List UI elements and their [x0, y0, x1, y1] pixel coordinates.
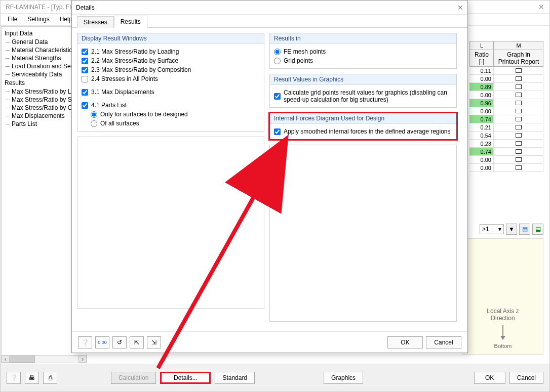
chk-calc-grid[interactable]: Calculate grid points result values for …: [274, 88, 452, 104]
graph-cell[interactable]: [494, 164, 543, 172]
table-row[interactable]: 0.23: [469, 140, 543, 148]
checkbox-icon[interactable]: [516, 165, 522, 170]
checkbox-icon[interactable]: [516, 141, 522, 146]
radio-grid-points[interactable]: Grid points: [274, 56, 452, 65]
dlg-reset-icon[interactable]: ↺: [112, 336, 127, 349]
filter-row: >1▾ ▼ ▤ ⬓: [480, 224, 543, 235]
details-dialog: Details ✕ Stresses Results Display Resul…: [71, 0, 468, 353]
chk-2-4[interactable]: 2.4 Stresses in All Points: [82, 74, 260, 83]
dlg-help-icon[interactable]: ❔: [78, 336, 92, 349]
table-row[interactable]: 0.74: [469, 148, 543, 156]
graph-cell[interactable]: [494, 75, 543, 83]
table-row[interactable]: 0.11: [469, 67, 543, 75]
filter-funnel-icon[interactable]: ▼: [506, 224, 517, 235]
chk-4-1[interactable]: 4.1 Parts List: [82, 101, 260, 110]
dialog-close-icon[interactable]: ✕: [457, 4, 463, 12]
radio-all-surfaces[interactable]: Of all surfaces: [82, 119, 260, 128]
calculation-button[interactable]: Calculation: [111, 372, 156, 384]
table-row[interactable]: 0.89: [469, 83, 543, 91]
table-row[interactable]: 0.74: [469, 115, 543, 123]
graph-cell[interactable]: [494, 91, 543, 99]
group-internal-forces: Internal Forces Diagram Used for Design: [270, 113, 456, 124]
chk-2-3[interactable]: 2.3 Max Stress/Ratio by Composition: [82, 65, 260, 74]
graph-cell[interactable]: [494, 123, 543, 132]
graph-cell[interactable]: [494, 156, 543, 164]
chk-3-1[interactable]: 3.1 Max Displacements: [82, 88, 260, 97]
chk-apply-smoothed[interactable]: Apply smoothed internal forces in the de…: [274, 127, 452, 136]
checkbox-icon[interactable]: [516, 149, 522, 154]
radio-only-surfaces[interactable]: Only for surfaces to be designed: [82, 110, 260, 119]
ratio-cell: 0.21: [469, 123, 494, 132]
filter-combo[interactable]: >1▾: [480, 224, 504, 234]
checkbox-icon[interactable]: [516, 133, 522, 138]
menu-settings[interactable]: Settings: [23, 15, 53, 24]
checkbox-icon[interactable]: [516, 125, 522, 129]
dlg-save-icon[interactable]: ⇲: [147, 336, 161, 349]
standard-button[interactable]: Standard: [215, 372, 255, 384]
cancel-button[interactable]: Cancel: [509, 372, 543, 384]
graph-cell[interactable]: [494, 132, 543, 140]
filter-excel-icon[interactable]: ⬓: [532, 224, 543, 235]
ratio-cell: 0.00: [469, 164, 494, 172]
checkbox-icon[interactable]: [516, 117, 522, 121]
checkbox-icon[interactable]: [516, 93, 522, 97]
print-icon[interactable]: 🖶: [25, 372, 39, 384]
menu-file[interactable]: File: [4, 15, 21, 24]
checkbox-icon[interactable]: [516, 76, 522, 81]
details-button[interactable]: Details...: [160, 372, 211, 384]
tab-stresses[interactable]: Stresses: [77, 16, 114, 28]
ratio-cell: 0.00: [469, 91, 494, 99]
table-row[interactable]: 0.00: [469, 156, 543, 164]
help-icon[interactable]: ❔: [7, 372, 21, 384]
graphics-button[interactable]: Graphics: [324, 372, 363, 384]
checkbox-icon[interactable]: [516, 157, 522, 162]
graph-cell[interactable]: [494, 99, 543, 107]
scroll-left-icon[interactable]: ‹: [2, 356, 10, 363]
ratio-cell: 0.00: [469, 107, 494, 115]
graph-cell[interactable]: [494, 148, 543, 156]
chevron-down-icon: ▾: [498, 226, 501, 233]
table-row[interactable]: 0.00: [469, 107, 543, 115]
ratio-cell: 0.11: [469, 67, 494, 75]
chk-2-1[interactable]: 2.1 Max Stress/Ratio by Loading: [82, 47, 260, 56]
results-table: L M Ratio[-] Graph inPrintout Report 0.1…: [469, 41, 543, 172]
table-row[interactable]: 0.00: [469, 164, 543, 172]
chk-2-2[interactable]: 2.2 Max Stress/Ratio by Surface: [82, 56, 260, 65]
tree-scrollbar[interactable]: ‹ ›: [1, 355, 87, 363]
filter-chart-icon[interactable]: ▤: [519, 224, 530, 235]
table-row[interactable]: 0.21: [469, 123, 543, 132]
table-row[interactable]: 0.00: [469, 75, 543, 83]
dlg-load-icon[interactable]: ⇱: [130, 336, 144, 349]
graph-cell[interactable]: [494, 107, 543, 115]
ratio-cell: 0.74: [469, 115, 494, 123]
ok-button[interactable]: OK: [474, 372, 505, 384]
scroll-thumb[interactable]: [10, 356, 35, 363]
close-icon[interactable]: ✕: [538, 3, 544, 11]
graph-cell[interactable]: [494, 67, 543, 75]
table-row[interactable]: 0.00: [469, 91, 543, 99]
axis-label: Local Axis zDirection: [487, 308, 519, 322]
table-row[interactable]: 0.96: [469, 99, 543, 107]
checkbox-icon[interactable]: [516, 109, 522, 113]
dialog-tabs: Stresses Results: [72, 15, 467, 28]
dlg-units-icon[interactable]: 0.00: [95, 336, 109, 349]
ratio-cell: 0.23: [469, 140, 494, 148]
checkbox-icon[interactable]: [516, 101, 522, 105]
axis-preview: Local Axis zDirection Bottom: [462, 238, 543, 355]
graph-cell[interactable]: [494, 83, 543, 91]
checkbox-icon[interactable]: [516, 68, 522, 73]
group-result-values: Result Values in Graphics: [270, 74, 456, 85]
scroll-right-icon[interactable]: ›: [78, 356, 87, 363]
col-m-header: M: [494, 41, 543, 50]
checkbox-icon[interactable]: [516, 84, 522, 89]
radio-fe-mesh[interactable]: FE mesh points: [274, 47, 452, 56]
export-icon[interactable]: ⎙: [43, 372, 57, 384]
dlg-cancel-button[interactable]: Cancel: [426, 336, 461, 349]
tab-results[interactable]: Results: [114, 16, 147, 28]
graph-cell[interactable]: [494, 115, 543, 123]
bottom-toolbar: ❔ 🖶 ⎙ Calculation Details... Standard Gr…: [1, 364, 549, 391]
group-results-in: Results in: [270, 33, 456, 44]
dlg-ok-button[interactable]: OK: [387, 336, 423, 349]
graph-cell[interactable]: [494, 140, 543, 148]
table-row[interactable]: 0.54: [469, 132, 543, 140]
